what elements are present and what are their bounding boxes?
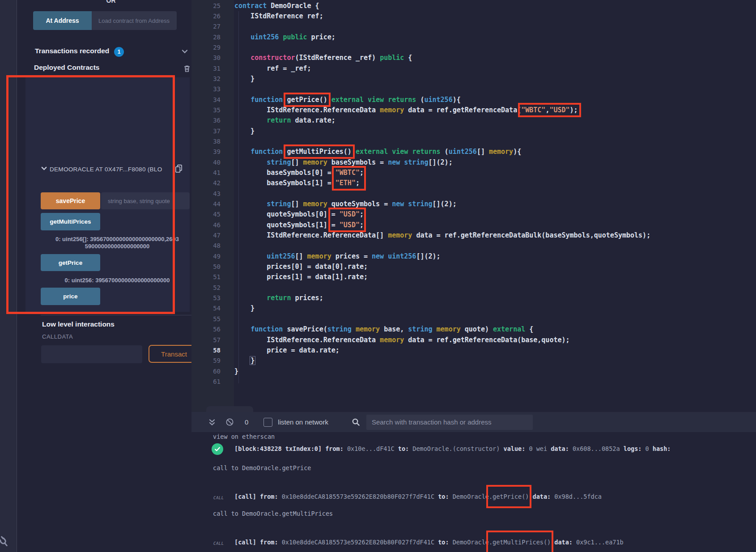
code-token: "USD" bbox=[340, 210, 360, 218]
code-token: } bbox=[234, 367, 238, 375]
log-segment: to: bbox=[438, 493, 449, 500]
log-segment: [call] bbox=[234, 539, 256, 546]
code-token: string bbox=[408, 200, 432, 208]
code-editor[interactable]: 25contract DemoOracle {26 IStdReference … bbox=[191, 0, 756, 412]
at-address-input[interactable] bbox=[92, 11, 177, 30]
line-number: 43 bbox=[191, 189, 234, 199]
code-token: quoteSymbols[0] = bbox=[234, 210, 340, 218]
indent-guide bbox=[238, 11, 239, 383]
code-line: 32 } bbox=[191, 74, 756, 84]
terminal-drag-handle[interactable] bbox=[206, 406, 253, 412]
code-token: price; bbox=[307, 33, 336, 41]
code-token bbox=[388, 148, 392, 156]
code-token bbox=[234, 158, 267, 166]
terminal-log[interactable]: view on etherscan [block:438228 txIndex:… bbox=[191, 432, 756, 552]
output-line: 0: uint256[]: 39567000000000000000000,26… bbox=[39, 236, 195, 243]
save-price-button[interactable]: savePrice bbox=[41, 192, 100, 209]
get-price-button[interactable]: getPrice bbox=[41, 254, 100, 271]
collapse-chevron-icon[interactable] bbox=[41, 165, 47, 172]
collapse-terminal-icon[interactable] bbox=[208, 418, 216, 426]
code-token: baseSymbols[1] = bbox=[234, 179, 336, 187]
line-number: 49 bbox=[191, 251, 234, 262]
code-token: contract bbox=[234, 2, 267, 10]
code-token: IStdReference.ReferenceData[] bbox=[234, 231, 388, 239]
code-token: "WBTC" bbox=[336, 169, 360, 177]
code-line: 38 bbox=[191, 136, 756, 147]
code-line: 44 string[] memory quoteSymbols = new st… bbox=[191, 199, 756, 209]
code-line: 60} bbox=[191, 366, 756, 377]
line-number: 25 bbox=[191, 1, 234, 11]
line-number: 33 bbox=[191, 84, 234, 94]
terminal-log-line[interactable]: call to DemoOracle.getPrice bbox=[213, 464, 311, 471]
line-number: 32 bbox=[191, 74, 234, 84]
line-number: 56 bbox=[191, 324, 234, 335]
code-line: 56 function savePrice(string memory base… bbox=[191, 324, 756, 335]
log-segment: 0x10e8ddeCA8185573e59262E820b80F027f7dF4… bbox=[278, 539, 438, 546]
code-line: 26 IStdReference ref; bbox=[191, 11, 756, 21]
code-token: "USD" bbox=[549, 106, 569, 114]
line-number: 45 bbox=[191, 209, 234, 220]
plugin-plug-icon[interactable] bbox=[0, 532, 13, 551]
calldata-input[interactable] bbox=[41, 345, 142, 363]
log-segment: from: bbox=[325, 445, 344, 452]
code-line: 48 bbox=[191, 241, 756, 251]
code-token: data = ref.getReferenceData(base,quote); bbox=[404, 336, 569, 344]
code-token: public bbox=[380, 54, 404, 62]
line-number: 50 bbox=[191, 262, 234, 272]
get-multi-prices-button[interactable]: getMultiPrices bbox=[41, 213, 100, 230]
annotation-red-box: .getMultiPrices() bbox=[488, 532, 552, 552]
clear-console-icon[interactable] bbox=[225, 418, 234, 426]
code-token: ; bbox=[360, 221, 364, 229]
line-number: 41 bbox=[191, 168, 234, 178]
line-number: 27 bbox=[191, 21, 234, 32]
save-price-args-input[interactable] bbox=[101, 192, 190, 209]
code-token: { bbox=[525, 325, 533, 333]
code-token: quoteSymbols[1] = bbox=[234, 221, 340, 229]
annotation-red-box: .getPrice() bbox=[488, 487, 530, 506]
code-token: ); bbox=[570, 106, 578, 114]
line-number: 38 bbox=[191, 136, 234, 147]
line-number: 34 bbox=[191, 95, 234, 105]
get-price-output: 0: uint256: 39567000000000000000000 bbox=[39, 277, 195, 284]
code-token: uint256 bbox=[267, 252, 295, 260]
code-token: memory bbox=[307, 252, 331, 260]
code-token bbox=[234, 116, 267, 124]
code-token: [] bbox=[295, 252, 307, 260]
trash-icon[interactable] bbox=[183, 65, 191, 72]
annotation-red-box: getPrice() bbox=[287, 96, 327, 104]
price-button[interactable]: price bbox=[41, 288, 100, 305]
code-token: DemoOracle { bbox=[267, 2, 319, 10]
code-token: memory bbox=[437, 325, 461, 333]
code-line: 41 baseSymbols[0] = "WBTC"; bbox=[191, 168, 756, 178]
code-token: function bbox=[251, 96, 283, 104]
terminal-log-line[interactable]: view on etherscan bbox=[213, 433, 275, 440]
code-line: 50 prices[0] = data[0].rate; bbox=[191, 262, 756, 272]
code-token bbox=[234, 54, 251, 62]
line-number: 30 bbox=[191, 53, 234, 63]
log-segment: data: bbox=[551, 445, 569, 452]
code-token: (IStdReference _ref) bbox=[295, 54, 380, 62]
log-segment bbox=[256, 539, 260, 546]
code-token: data = ref.getReferenceData( bbox=[404, 106, 521, 114]
code-token: memory bbox=[388, 231, 412, 239]
chevron-down-icon[interactable] bbox=[181, 48, 188, 55]
contract-instance-title[interactable]: DEMOORACLE AT 0X47F...F8080 (BLO bbox=[50, 166, 173, 173]
code-token: string bbox=[404, 158, 428, 166]
code-line: 55 bbox=[191, 314, 756, 324]
code-token: data = ref.getReferenceDataBulk(baseSymb… bbox=[412, 231, 650, 239]
code-line: 59 } bbox=[191, 356, 756, 366]
terminal-log-line[interactable]: call to DemoOracle.getMultiPrices bbox=[213, 510, 333, 517]
terminal-search-input[interactable] bbox=[366, 415, 533, 430]
at-address-button[interactable]: At Address bbox=[33, 11, 92, 30]
code-token bbox=[234, 294, 267, 302]
call-badge: CALL bbox=[213, 496, 224, 500]
code-token: getMultiPrices() bbox=[287, 148, 352, 156]
line-number: 37 bbox=[191, 126, 234, 136]
code-token bbox=[352, 148, 356, 156]
code-token: uint256 bbox=[388, 252, 416, 260]
copy-icon[interactable] bbox=[174, 164, 183, 173]
code-token: external bbox=[331, 96, 364, 104]
code-token: string bbox=[267, 158, 291, 166]
deploy-run-panel: OR At Address Transactions recorded 1 De… bbox=[17, 0, 191, 552]
listen-on-network-checkbox[interactable] bbox=[263, 418, 272, 427]
